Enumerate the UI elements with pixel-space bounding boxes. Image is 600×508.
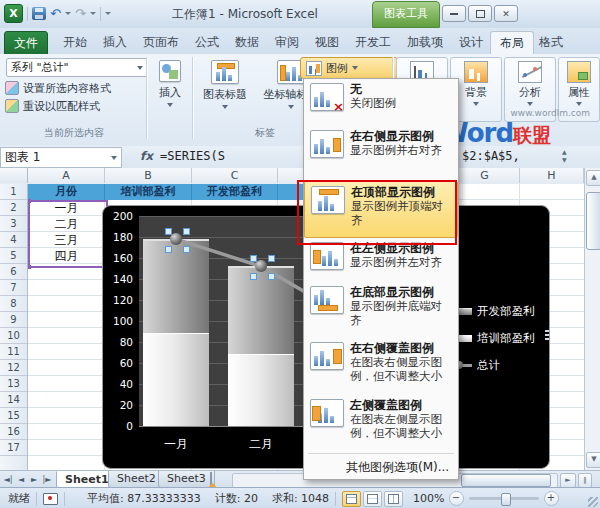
normal-view-button[interactable] bbox=[342, 491, 361, 507]
chart-legend-item[interactable]: 总计 bbox=[455, 358, 500, 373]
zoom-slider[interactable] bbox=[469, 497, 539, 500]
column-header-c[interactable]: C bbox=[192, 168, 278, 183]
row-header-17[interactable]: 17 bbox=[0, 440, 27, 456]
last-sheet-button[interactable]: |► bbox=[41, 473, 53, 486]
vertical-scrollbar[interactable]: ▲ ▼ bbox=[584, 168, 600, 470]
undo-dropdown-icon[interactable] bbox=[65, 12, 71, 15]
menu-item-legend-right[interactable]: 在右侧显示图例显示图例并右对齐 bbox=[304, 126, 458, 181]
row-header-10[interactable]: 10 bbox=[0, 328, 27, 344]
chart-title-button[interactable]: 图表标题 bbox=[196, 57, 254, 109]
tab-addins[interactable]: 加载项 bbox=[398, 31, 452, 54]
tab-data[interactable]: 数据 bbox=[226, 31, 268, 54]
vertical-scrollbar-thumb[interactable] bbox=[586, 192, 600, 250]
macro-record-icon[interactable] bbox=[43, 493, 58, 505]
tab-split-handle[interactable]: ‖ bbox=[578, 473, 592, 488]
select-all-corner[interactable] bbox=[0, 168, 28, 183]
row-header-7[interactable]: 7 bbox=[0, 280, 27, 296]
legend-button[interactable]: 图例 bbox=[300, 57, 398, 79]
tab-pagelayout[interactable]: 页面布 bbox=[134, 31, 188, 54]
qat-customize-button[interactable] bbox=[105, 12, 111, 15]
name-box[interactable]: 图表 1 bbox=[0, 147, 122, 168]
column-header-b[interactable]: B bbox=[105, 168, 192, 183]
menu-item-legend-left[interactable]: 在左侧显示图例显示图例并左对齐 bbox=[304, 238, 458, 282]
close-button[interactable]: ✕ bbox=[494, 5, 518, 22]
tab-file[interactable]: 文件 bbox=[4, 31, 48, 56]
tab-developer[interactable]: 开发工 bbox=[346, 31, 400, 54]
column-header-h[interactable]: H bbox=[520, 168, 584, 183]
sheet-tab-2[interactable]: Sheet2 bbox=[108, 471, 165, 488]
row-header-14[interactable]: 14 bbox=[0, 392, 27, 408]
menu-item-legend-bottom[interactable]: 在底部显示图例显示图例并底端对齐 bbox=[304, 282, 458, 338]
redo-button[interactable]: ↷ bbox=[75, 7, 86, 20]
menu-item-legend-none[interactable]: × 无关闭图例 bbox=[304, 79, 458, 126]
redo-dropdown-icon[interactable] bbox=[90, 12, 96, 15]
menu-item-legend-top[interactable]: 在顶部显示图例显示图例并顶端对齐 bbox=[304, 181, 458, 238]
undo-button[interactable]: ↶ bbox=[50, 7, 61, 20]
chart-legend-item[interactable]: 培训部盈利 bbox=[455, 331, 535, 346]
zoom-in-button[interactable]: + bbox=[544, 491, 559, 506]
insert-worksheet-tab[interactable] bbox=[210, 473, 228, 486]
row-header-2[interactable]: 2 bbox=[0, 200, 27, 216]
row-header-4[interactable]: 4 bbox=[0, 232, 27, 248]
tab-view[interactable]: 视图 bbox=[306, 31, 348, 54]
row-header-12[interactable]: 12 bbox=[0, 360, 27, 376]
horizontal-scrollbar-thumb[interactable] bbox=[461, 474, 551, 487]
row-header-1[interactable]: 1 bbox=[0, 184, 27, 200]
chart-resize-handle[interactable] bbox=[545, 330, 549, 344]
tab-insert[interactable]: 插入 bbox=[94, 31, 136, 54]
minimize-button[interactable] bbox=[442, 5, 466, 22]
selected-element-label: 系列 "总计" bbox=[11, 60, 69, 76]
formula-text-left[interactable]: =SERIES(S bbox=[160, 149, 225, 163]
menu-item-legend-overlay-left[interactable]: 左侧覆盖图例在图表左侧显示图例，但不调整大小 bbox=[304, 395, 458, 451]
tab-design[interactable]: 设计 bbox=[450, 31, 492, 54]
row-header-11[interactable]: 11 bbox=[0, 344, 27, 360]
insert-button[interactable]: 插入 bbox=[150, 57, 190, 107]
zoom-slider-thumb[interactable] bbox=[501, 493, 511, 506]
page-break-view-button[interactable] bbox=[384, 491, 403, 507]
menu-item-desc: 在图表左侧显示图例，但不调整大小 bbox=[350, 413, 452, 441]
tab-formulas[interactable]: 公式 bbox=[186, 31, 228, 54]
chevron-down-icon bbox=[527, 102, 533, 106]
first-sheet-button[interactable]: ◄| bbox=[2, 473, 14, 486]
scroll-up-button[interactable]: ▲ bbox=[586, 170, 600, 186]
window-title: 工作簿1 - Microsoft Excel bbox=[130, 6, 360, 23]
prev-sheet-button[interactable]: ◄ bbox=[15, 473, 27, 486]
tab-layout[interactable]: 布局 bbox=[490, 31, 534, 55]
legend-overlay-right-icon bbox=[310, 342, 344, 370]
column-header-g[interactable]: G bbox=[450, 168, 520, 183]
chart-element-selector[interactable]: 系列 "总计" bbox=[6, 58, 148, 77]
restore-button[interactable] bbox=[468, 5, 492, 22]
cell-b1[interactable]: 培训部盈利 bbox=[105, 184, 192, 200]
tab-format[interactable]: 格式 bbox=[530, 31, 572, 54]
row-header-16[interactable]: 16 bbox=[0, 424, 27, 440]
chart-legend-item[interactable]: 开发部盈利 bbox=[455, 304, 535, 319]
fx-icon[interactable]: fx bbox=[140, 149, 153, 163]
cell-a1[interactable]: 月份 bbox=[28, 184, 105, 200]
row-header-15[interactable]: 15 bbox=[0, 408, 27, 424]
page-layout-view-button[interactable] bbox=[363, 491, 382, 507]
chart-x-label: 二月 bbox=[237, 436, 285, 453]
row-header-13[interactable]: 13 bbox=[0, 376, 27, 392]
format-selection-button[interactable]: 设置所选内容格式 bbox=[5, 80, 111, 96]
menu-item-more-legend-options[interactable]: 其他图例选项(M)... bbox=[304, 456, 458, 479]
formula-text-right[interactable]: $2:$A$5, bbox=[462, 149, 520, 163]
scroll-right-button[interactable]: ► bbox=[560, 473, 576, 488]
scroll-down-button[interactable]: ▼ bbox=[586, 452, 600, 468]
analysis-icon bbox=[518, 61, 542, 83]
row-header-6[interactable]: 6 bbox=[0, 264, 27, 280]
menu-item-legend-overlay-right[interactable]: 在右侧覆盖图例在图表右侧显示图例，但不调整大小 bbox=[304, 338, 458, 395]
tab-home[interactable]: 开始 bbox=[54, 31, 96, 54]
tab-review[interactable]: 审阅 bbox=[266, 31, 308, 54]
row-header-3[interactable]: 3 bbox=[0, 216, 27, 232]
row-header-9[interactable]: 9 bbox=[0, 312, 27, 328]
sheet-tab-3[interactable]: Sheet3 bbox=[158, 471, 215, 488]
formula-bar-stepper[interactable]: ▲▼ bbox=[562, 148, 567, 163]
next-sheet-button[interactable]: ► bbox=[28, 473, 40, 486]
row-header-5[interactable]: 5 bbox=[0, 248, 27, 264]
row-header-8[interactable]: 8 bbox=[0, 296, 27, 312]
save-button[interactable] bbox=[32, 7, 46, 20]
cell-c1[interactable]: 开发部盈利 bbox=[192, 184, 278, 200]
reset-style-button[interactable]: 重设以匹配样式 bbox=[5, 98, 100, 114]
column-header-a[interactable]: A bbox=[28, 168, 105, 183]
zoom-out-button[interactable]: − bbox=[449, 491, 464, 506]
